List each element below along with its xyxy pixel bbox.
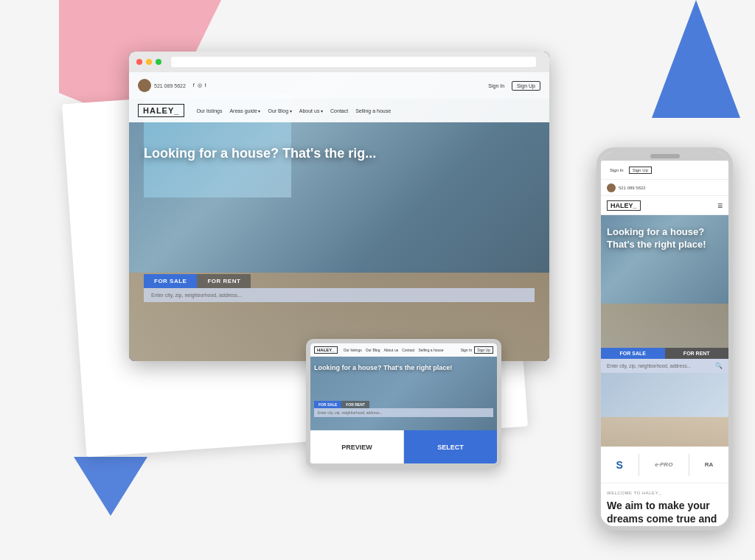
phone-search-input[interactable]: Enter city, zip, neighborhood, address..… — [601, 359, 728, 373]
badge-divider-1 — [639, 454, 639, 476]
phone-search-section: FOR SALE FOR RENT Enter city, zip, neigh… — [601, 348, 728, 373]
tablet-select-button[interactable]: SELECT — [404, 430, 497, 463]
phone-tab-rent[interactable]: FOR RENT — [665, 348, 729, 359]
nav-about-us[interactable]: About us — [299, 108, 323, 113]
badge-divider-2 — [689, 454, 689, 476]
phone-signin-button[interactable]: Sign In — [607, 167, 627, 173]
phone-notch — [601, 152, 728, 161]
phone-notch-bar — [650, 154, 680, 158]
blue-triangle-bottom-decoration — [74, 457, 147, 516]
hero-headline: Looking for a house? That's the rig... — [144, 146, 535, 161]
phone-search-icon: 🔍 — [715, 363, 723, 369]
phone-hero-section: Looking for a house? That's the right pl… — [601, 215, 728, 348]
tablet-search-tabs: FOR SALE FOR RENT — [314, 401, 493, 408]
tablet-nav-contact: Contact — [402, 348, 414, 352]
facebook-icon: f — [193, 83, 195, 88]
tablet-nav-listings: Our listings — [344, 348, 362, 352]
phone-interior-image — [601, 373, 728, 447]
phone-signup-button[interactable]: Sign Up — [629, 167, 652, 174]
search-input[interactable]: Enter city, zip, neighborhood, address..… — [144, 288, 535, 302]
phone-tab-sale[interactable]: FOR SALE — [601, 348, 665, 359]
tab-for-rent[interactable]: FOR RENT — [197, 274, 251, 288]
tablet-tab-sale[interactable]: FOR SALE — [314, 401, 341, 408]
tablet-tab-rent[interactable]: FOR RENT — [341, 401, 369, 408]
tablet-header: HALEY_ Our listings Our Blog About us Co… — [310, 343, 497, 357]
signup-button[interactable]: Sign Up — [512, 81, 540, 91]
tablet-nav-blog: Our Blog — [366, 348, 380, 352]
tablet-nav-sell: Selling a house — [418, 348, 443, 352]
main-nav: HALEY_ Our listings Areas guide Our Blog… — [129, 99, 549, 122]
nav-our-blog[interactable]: Our Blog — [268, 108, 291, 113]
tablet-nav-items: Our listings Our Blog About us Contact S… — [344, 348, 444, 352]
phone-content-headline: We aim to make your dreams come true and… — [607, 499, 723, 531]
phone-mockup: Sign In Sign Up 521 089 5622 HALEY_ ≡ Lo… — [596, 147, 733, 531]
tablet-logo[interactable]: HALEY_ — [314, 346, 338, 354]
nav-selling-house[interactable]: Selling a house — [355, 108, 391, 113]
phone-hero-floor — [601, 304, 728, 348]
badge-realtor: S — [616, 459, 623, 471]
phone-contact-bar: 521 089 5622 — [601, 180, 728, 196]
phone-avatar — [607, 183, 616, 192]
phone-number: 521 089 5622 — [619, 186, 646, 190]
ra-badge-icon: RA — [705, 461, 714, 468]
header-avatar — [138, 79, 151, 92]
browser-address-bar — [171, 57, 536, 67]
tablet-search-section: FOR SALE FOR RENT Enter city, zip, neigh… — [314, 401, 493, 417]
phone-nav-bar: HALEY_ ≡ — [601, 196, 728, 215]
browser-minimize-dot — [146, 59, 152, 65]
desktop-mockup: 521 089 5622 f ◎ t Sign In Sign Up HALEY… — [129, 52, 549, 361]
search-section: FOR SALE FOR RENT Enter city, zip, neigh… — [144, 274, 535, 302]
tablet-hero-text: Looking for a house? That's the right pl… — [314, 364, 493, 371]
phone-certification-badges: S e·PRO RA — [601, 447, 728, 483]
tablet-signup: Sign Up — [474, 346, 493, 354]
tablet-signin: Sign In — [461, 348, 473, 352]
tablet-website-content: HALEY_ Our listings Our Blog About us Co… — [310, 343, 497, 430]
browser-close-dot — [136, 59, 142, 65]
phone-image-floor — [601, 417, 728, 447]
phone-hero-headline: Looking for a house? That's the right pl… — [607, 226, 723, 251]
header-auth-nav: Sign In Sign Up — [206, 81, 540, 91]
browser-maximize-dot — [156, 59, 161, 65]
search-tabs: FOR SALE FOR RENT — [144, 274, 535, 288]
phone-logo[interactable]: HALEY_ — [607, 200, 641, 211]
hamburger-menu-icon[interactable]: ≡ — [717, 200, 723, 211]
tablet-nav-about: About us — [383, 348, 398, 352]
tab-for-sale[interactable]: FOR SALE — [144, 274, 197, 288]
phone-auth-header: Sign In Sign Up — [601, 161, 728, 180]
tablet-search-input[interactable]: Enter city, zip, neighborhood, address..… — [314, 408, 493, 417]
desktop-website-content: 521 089 5622 f ◎ t Sign In Sign Up HALEY… — [129, 72, 549, 361]
tablet-mockup: HALEY_ Our listings Our Blog About us Co… — [306, 339, 501, 468]
browser-bar — [129, 52, 549, 72]
nav-our-listings[interactable]: Our listings — [196, 108, 222, 113]
phone-content-section: WELCOME TO HALEY_ We aim to make your dr… — [601, 483, 728, 531]
site-logo[interactable]: HALEY_ — [138, 104, 184, 117]
phone-search-tabs: FOR SALE FOR RENT — [601, 348, 728, 359]
tablet-bottom-bar: PREVIEW SELECT — [310, 430, 497, 463]
header-phone: 521 089 5622 — [154, 83, 186, 88]
instagram-icon: ◎ — [198, 83, 202, 88]
blue-triangle-right-decoration — [652, 0, 740, 118]
nav-items-group: Our listings Areas guide Our Blog About … — [196, 108, 391, 113]
site-top-bar: 521 089 5622 f ◎ t Sign In Sign Up — [129, 72, 549, 99]
signin-button[interactable]: Sign In — [485, 82, 507, 90]
badge-ra: RA — [705, 461, 714, 468]
epro-badge-icon: e·PRO — [655, 461, 672, 468]
phone-welcome-label: WELCOME TO HALEY_ — [607, 491, 723, 495]
tablet-preview-button[interactable]: PREVIEW — [310, 430, 404, 463]
social-icons-group: f ◎ t — [193, 83, 206, 88]
nav-areas-guide[interactable]: Areas guide — [229, 108, 260, 113]
realtor-badge-icon: S — [616, 459, 623, 471]
nav-contact[interactable]: Contact — [330, 108, 348, 113]
site-header-logo-area: 521 089 5622 f ◎ t — [138, 79, 206, 92]
badge-epro: e·PRO — [655, 461, 672, 468]
